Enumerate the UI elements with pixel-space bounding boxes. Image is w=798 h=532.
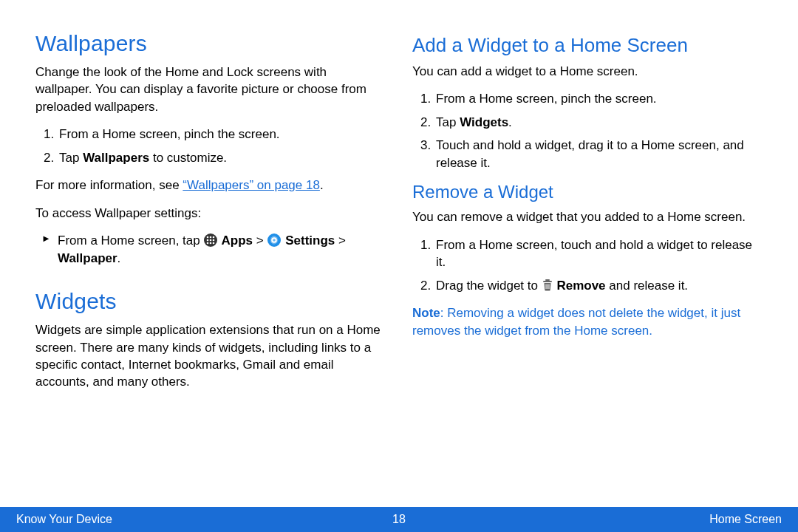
- footer-page-number: 18: [392, 513, 406, 526]
- text: .: [508, 115, 512, 129]
- wallpapers-access-list: From a Home screen, tap Apps > Settings …: [35, 232, 386, 267]
- left-column: Wallpapers Change the look of the Home a…: [35, 31, 386, 401]
- remove-widget-step-1: From a Home screen, touch and hold a wid…: [434, 236, 763, 271]
- apps-icon: [204, 233, 217, 247]
- svg-rect-9: [543, 281, 552, 282]
- add-widget-step-1: From a Home screen, pinch the screen.: [434, 90, 763, 107]
- svg-point-8: [213, 242, 215, 245]
- remove-widget-step-2: Drag the widget to Remove and release it…: [434, 277, 763, 294]
- text: From a Home screen, tap: [58, 233, 203, 248]
- remove-widget-heading: Remove a Widget: [412, 182, 763, 202]
- text: Tap: [436, 115, 460, 129]
- text: For more information, see: [35, 178, 183, 192]
- page: Wallpapers Change the look of the Home a…: [0, 0, 798, 532]
- footer-left: Know Your Device: [16, 513, 112, 526]
- svg-point-0: [207, 236, 209, 239]
- add-widget-steps: From a Home screen, pinch the screen. Ta…: [412, 90, 763, 171]
- text: and release it.: [606, 279, 689, 293]
- bold-text: Widgets: [460, 115, 508, 129]
- text: Drag the widget to: [436, 279, 542, 293]
- svg-point-3: [207, 239, 209, 242]
- wallpapers-page-link[interactable]: “Wallpapers” on page 18: [183, 178, 320, 192]
- bold-text: Apps: [218, 233, 256, 248]
- text: >: [338, 233, 346, 248]
- bold-text: Wallpaper: [58, 251, 117, 265]
- wallpapers-step-2: Tap Wallpapers to customize.: [58, 149, 386, 166]
- remove-widget-note: Note: Removing a widget does not delete …: [412, 304, 763, 339]
- trash-icon: [542, 279, 553, 291]
- add-widget-intro: You can add a widget to a Home screen.: [412, 63, 763, 80]
- svg-point-7: [210, 242, 212, 245]
- widgets-intro: Widgets are simple application extension…: [35, 321, 386, 391]
- wallpapers-intro: Change the look of the Home and Lock scr…: [35, 64, 386, 115]
- svg-point-1: [210, 236, 212, 239]
- text: >: [256, 233, 267, 248]
- wallpapers-steps: From a Home screen, pinch the screen. Ta…: [35, 126, 386, 166]
- wallpapers-more-info: For more information, see “Wallpapers” o…: [35, 177, 386, 194]
- wallpapers-heading: Wallpapers: [35, 31, 386, 56]
- add-widget-step-3: Touch and hold a widget, drag it to a Ho…: [434, 137, 763, 171]
- wallpapers-step-1: From a Home screen, pinch the screen.: [58, 126, 386, 143]
- text: to customize.: [149, 151, 227, 165]
- text: .: [320, 178, 324, 192]
- footer-right: Home Screen: [709, 513, 782, 526]
- wallpapers-access-item: From a Home screen, tap Apps > Settings …: [41, 232, 386, 267]
- page-footer: Know Your Device 18 Home Screen: [0, 507, 798, 532]
- bold-text: Remove: [553, 279, 606, 293]
- bold-text: Settings: [282, 233, 338, 248]
- svg-rect-10: [545, 279, 550, 281]
- content-area: Wallpapers Change the look of the Home a…: [0, 0, 798, 401]
- add-widget-step-2: Tap Widgets.: [434, 114, 763, 131]
- note-label: Note: [412, 306, 440, 320]
- right-column: Add a Widget to a Home Screen You can ad…: [412, 31, 763, 401]
- remove-widget-intro: You can remove a widget that you added t…: [412, 208, 763, 225]
- svg-point-2: [213, 236, 215, 239]
- text: Tap: [59, 151, 83, 165]
- svg-point-6: [207, 242, 209, 245]
- svg-point-5: [213, 239, 215, 242]
- text: .: [117, 251, 121, 265]
- bold-text: Wallpapers: [83, 151, 149, 165]
- svg-point-4: [210, 239, 212, 242]
- settings-icon: [267, 233, 281, 247]
- remove-widget-steps: From a Home screen, touch and hold a wid…: [412, 236, 763, 294]
- add-widget-heading: Add a Widget to a Home Screen: [412, 34, 763, 57]
- note-text: : Removing a widget does not delete the …: [412, 306, 740, 337]
- widgets-heading: Widgets: [35, 289, 386, 314]
- wallpapers-access-intro: To access Wallpaper settings:: [35, 205, 386, 222]
